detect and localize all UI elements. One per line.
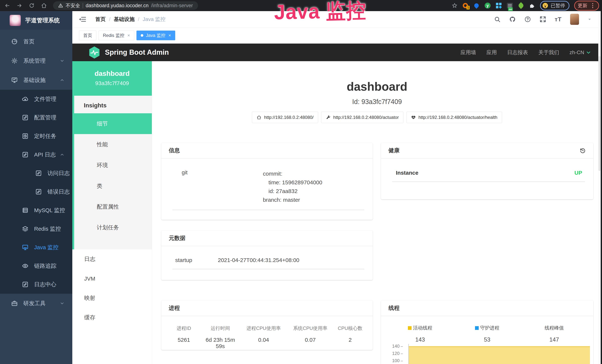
sba-brand[interactable]: Spring Boot Admin (105, 48, 169, 56)
sidebar-item-10[interactable]: Redis 监控 (0, 220, 72, 238)
page-title: dashboard (152, 80, 602, 94)
divider (83, 3, 83, 8)
link-url: http://192.168.0.2:48080/actuator (333, 115, 399, 120)
sba-menu-日志[interactable]: 日志 (72, 249, 152, 269)
sidebar-item-1[interactable]: 系统管理 (0, 51, 72, 70)
breadcrumb-item[interactable]: 基础设施 (114, 16, 135, 23)
tab-close-icon[interactable]: × (127, 33, 130, 38)
breadcrumb-item[interactable]: 首页 (95, 16, 106, 23)
threads-card: 线程 活动线程143守护进程53线程峰值147 140120100 (381, 300, 593, 364)
extension-pin-icon[interactable] (473, 2, 480, 9)
sidebar-item-2[interactable]: 基础设施 (0, 70, 72, 90)
chevron-up-icon (60, 152, 64, 157)
hamburger-icon[interactable] (79, 16, 86, 22)
sba-menu-类[interactable]: 类 (74, 176, 152, 196)
sba-menu-细节[interactable]: 细节 (74, 113, 152, 134)
sidebar-item-14[interactable]: 研发工具 (0, 294, 72, 313)
extension-orange-icon[interactable]: 1 (462, 2, 469, 9)
page-scrollbar[interactable] (598, 11, 601, 364)
font-size-icon[interactable]: тT (555, 16, 562, 23)
sba-nav-应用墙[interactable]: 应用墙 (461, 49, 476, 56)
browser-forward-button[interactable] (17, 3, 22, 8)
avatar-caret-icon[interactable] (588, 17, 592, 21)
instance-link-button[interactable]: http://192.168.0.2:48080/actuator (321, 112, 403, 123)
sba-nav-关于我们[interactable]: 关于我们 (538, 49, 559, 56)
sidebar-item-6[interactable]: API 日志 (0, 145, 72, 164)
address-bar[interactable]: 不安全 dashboard.yudao.iocoder.cn/infra/adm… (53, 1, 198, 10)
threads-legend: 活动线程143守护进程53线程峰值147 (381, 325, 593, 343)
sba-menu-JVM[interactable]: JVM (72, 269, 152, 288)
process-col-value: 5261 (167, 337, 201, 349)
help-icon[interactable] (524, 16, 531, 23)
extension-leaf-icon[interactable] (518, 2, 524, 9)
sba-menu-性能[interactable]: 性能 (74, 134, 152, 155)
tab-首页[interactable]: 首页 (79, 31, 97, 40)
paused-badge[interactable]: 已暂停 (540, 1, 569, 11)
app-logo[interactable]: 芋道管理系统 (0, 11, 72, 30)
sidebar-item-4[interactable]: 配置管理 (0, 108, 72, 127)
sidebar-item-0[interactable]: 首页 (0, 32, 72, 51)
log-icon (35, 188, 42, 195)
sidebar-item-label: 配置管理 (34, 114, 56, 121)
tab-close-icon[interactable]: × (168, 33, 171, 38)
search-icon[interactable] (494, 16, 501, 23)
legend-守护进程: 守护进程53 (454, 325, 521, 343)
infra-icon (11, 77, 18, 84)
browser-back-button[interactable] (4, 3, 10, 8)
metadata-card: 元数据 startup 2021-04-27T00:44:31.254+08:0… (161, 230, 373, 280)
app-sidebar: 芋道管理系统 首页系统管理基础设施文件管理配置管理定时任务API 日志访问日志错… (0, 11, 72, 364)
sidebar-item-5[interactable]: 定时任务 (0, 127, 72, 145)
tab-Java 监控[interactable]: Java 监控× (137, 31, 175, 40)
sba-menu-缓存[interactable]: 缓存 (72, 308, 152, 327)
process-col-value: 2 (333, 337, 367, 349)
instance-link-button[interactable]: http://192.168.0.2:48080/ (252, 112, 318, 123)
sidebar-item-13[interactable]: 日志中心 (0, 275, 72, 294)
threads-chart: 140120100 (381, 344, 593, 364)
sba-logo-icon[interactable] (89, 46, 100, 59)
history-icon[interactable] (580, 147, 586, 154)
scrollbar-thumb[interactable] (599, 56, 601, 171)
sidebar-item-3[interactable]: 文件管理 (0, 90, 72, 108)
locale-selector[interactable]: zh-CN (570, 50, 591, 55)
metadata-card-title: 元数据 (161, 230, 373, 246)
process-col-header: 系统CPU使用率 (287, 325, 333, 332)
sba-menu-计划任务[interactable]: 计划任务 (74, 217, 152, 238)
extension-grid-icon[interactable] (495, 2, 502, 9)
sidebar-menu: 首页系统管理基础设施文件管理配置管理定时任务API 日志访问日志错误日志MySQ… (0, 30, 72, 313)
sba-menu-配置属性[interactable]: 配置属性 (74, 196, 152, 217)
sidebar-item-11[interactable]: Java 监控 (0, 238, 72, 257)
browser-reload-button[interactable] (29, 3, 34, 8)
browser-menu-icon[interactable]: ⋮ (590, 3, 595, 8)
sba-menu-映射[interactable]: 映射 (72, 288, 152, 308)
sba-nav-日志报表[interactable]: 日志报表 (507, 49, 528, 56)
sidebar-item-label: 研发工具 (23, 300, 46, 307)
fullscreen-icon[interactable] (539, 16, 546, 23)
sidebar-item-label: Redis 监控 (34, 225, 61, 233)
active-tab-dot (141, 34, 143, 37)
schedule-icon (22, 133, 29, 139)
sidebar-item-7[interactable]: 访问日志 (0, 164, 72, 182)
monitor-icon (22, 244, 29, 251)
sba-nav-应用[interactable]: 应用 (486, 49, 497, 56)
sidebar-item-label: 错误日志 (47, 188, 70, 196)
y-tick-label: 100 (381, 358, 403, 363)
bookmark-star-icon[interactable] (452, 3, 457, 8)
sidebar-item-8[interactable]: 错误日志 (0, 182, 72, 201)
extension-list-icon[interactable]: on (507, 2, 513, 9)
sba-menu-环境[interactable]: 环境 (74, 155, 152, 176)
sidebar-item-9[interactable]: MySQL 监控 (0, 201, 72, 220)
sidebar-item-label: 链路追踪 (34, 262, 56, 270)
user-avatar[interactable] (570, 14, 579, 25)
browser-home-button[interactable] (41, 3, 47, 8)
browser-update-button[interactable]: 更新 ⋮ (574, 1, 599, 11)
instance-header[interactable]: dashboard 93a3fc7f7409 (72, 61, 152, 96)
extension-y-icon[interactable]: y (484, 2, 491, 9)
heartbeat-icon (411, 115, 416, 120)
chevron-down-icon (60, 58, 64, 63)
extensions-puzzle-icon[interactable] (529, 2, 535, 9)
instance-link-button[interactable]: http://192.168.0.2:48080/actuator/health (406, 112, 502, 123)
tab-Redis 监控[interactable]: Redis 监控× (99, 31, 134, 40)
sidebar-item-12[interactable]: 链路追踪 (0, 257, 72, 275)
github-icon[interactable] (509, 16, 516, 23)
health-instance-label: Instance (396, 170, 419, 176)
